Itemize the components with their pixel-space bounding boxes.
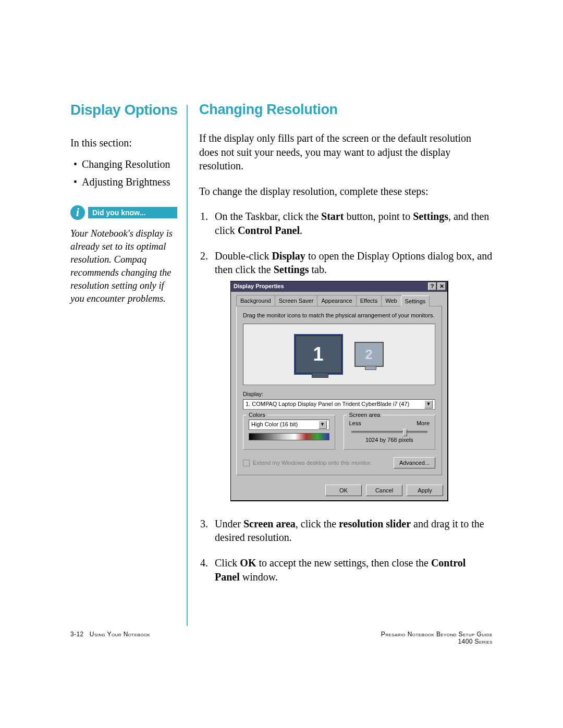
display-value: 1. COMPAQ Laptop Display Panel on Triden…	[246, 400, 409, 408]
screen-area-group: Screen area Less More 1024 by	[344, 415, 436, 450]
column-divider	[187, 105, 188, 626]
display-dropdown[interactable]: 1. COMPAQ Laptop Display Panel on Triden…	[243, 399, 435, 410]
chevron-down-icon: ▼	[319, 421, 327, 429]
extend-desktop-checkbox[interactable]: Extend my Windows desktop onto this moni…	[243, 459, 372, 467]
dialog-button-row: OK Cancel Apply	[231, 480, 447, 500]
tab-effects[interactable]: Effects	[356, 295, 382, 306]
colors-dropdown[interactable]: High Color (16 bit) ▼	[249, 419, 329, 430]
step-item: Double-click Display to open the Display…	[199, 249, 493, 501]
tab-screen-saver[interactable]: Screen Saver	[275, 295, 318, 306]
bullet-item: Adjusting Brightness	[70, 173, 177, 191]
step-item: On the Taskbar, click the Start button, …	[199, 209, 493, 237]
resolution-value: 1024 by 768 pixels	[349, 436, 430, 444]
screen-area-legend: Screen area	[347, 411, 383, 419]
paragraph: If the display only fills part of the sc…	[199, 131, 493, 173]
left-intro: In this section:	[70, 136, 177, 150]
bullet-item: Changing Resolution	[70, 155, 177, 173]
colors-value: High Color (16 bit)	[251, 421, 298, 428]
dialog-tabs: Background Screen Saver Appearance Effec…	[236, 295, 442, 307]
step-item: Under Screen area, click the resolution …	[199, 517, 493, 545]
chevron-down-icon: ▼	[424, 400, 433, 409]
help-button[interactable]: ?	[428, 282, 436, 290]
did-you-know-text: Your Notebook's display is already set t…	[70, 227, 177, 305]
slider-less-label: Less	[349, 419, 361, 427]
advanced-button[interactable]: Advanced...	[394, 457, 435, 468]
dialog-titlebar: Display Properties ? ✕	[231, 281, 447, 292]
info-icon: i	[70, 205, 85, 220]
close-button[interactable]: ✕	[437, 282, 446, 290]
slider-more-label: More	[417, 419, 430, 427]
tab-appearance[interactable]: Appearance	[317, 295, 356, 306]
section-bullet-list: Changing Resolution Adjusting Brightness	[70, 155, 177, 191]
cancel-button[interactable]: Cancel	[366, 485, 402, 496]
tab-background[interactable]: Background	[236, 295, 275, 306]
monitor-instruction: Drag the monitor icons to match the phys…	[243, 312, 435, 319]
ok-button[interactable]: OK	[325, 485, 362, 496]
checkbox-icon	[243, 460, 250, 466]
apply-button[interactable]: Apply	[407, 485, 443, 496]
color-depth-preview	[249, 433, 329, 440]
dialog-title: Display Properties	[234, 282, 284, 290]
step-item: Click OK to accept the new settings, the…	[199, 556, 493, 584]
tab-settings[interactable]: Settings	[401, 295, 430, 307]
page-footer: 3-12 Using Your Notebook Presario Notebo…	[70, 631, 493, 645]
footer-right: Presario Notebook Beyond Setup Guide 140…	[381, 631, 493, 645]
did-you-know-banner: i Did you know...	[70, 205, 177, 220]
section-heading-left: Display Options	[70, 102, 177, 118]
right-column: Changing Resolution If the display only …	[199, 102, 493, 595]
steps-list: On the Taskbar, click the Start button, …	[199, 209, 493, 584]
did-you-know-label: Did you know...	[88, 207, 177, 218]
monitor-arrangement-area[interactable]: 1 2	[243, 324, 435, 385]
colors-group: Colors High Color (16 bit) ▼	[243, 415, 335, 450]
tab-web[interactable]: Web	[381, 295, 401, 306]
page-content: Display Options In this section: Changin…	[70, 102, 493, 626]
footer-left: 3-12 Using Your Notebook	[70, 631, 150, 645]
slider-thumb[interactable]	[403, 429, 407, 436]
resolution-slider[interactable]	[351, 431, 428, 433]
display-properties-dialog: Display Properties ? ✕ Background Screen…	[230, 281, 448, 501]
paragraph: To change the display resolution, comple…	[199, 184, 493, 199]
monitor-1-icon[interactable]: 1	[295, 335, 342, 374]
left-column: Display Options In this section: Changin…	[70, 102, 177, 305]
display-field-label: Display:	[243, 390, 435, 398]
tab-panel-settings: Drag the monitor icons to match the phys…	[236, 306, 442, 475]
colors-legend: Colors	[247, 411, 267, 419]
section-heading-right: Changing Resolution	[199, 102, 493, 118]
monitor-2-icon[interactable]: 2	[354, 342, 384, 367]
